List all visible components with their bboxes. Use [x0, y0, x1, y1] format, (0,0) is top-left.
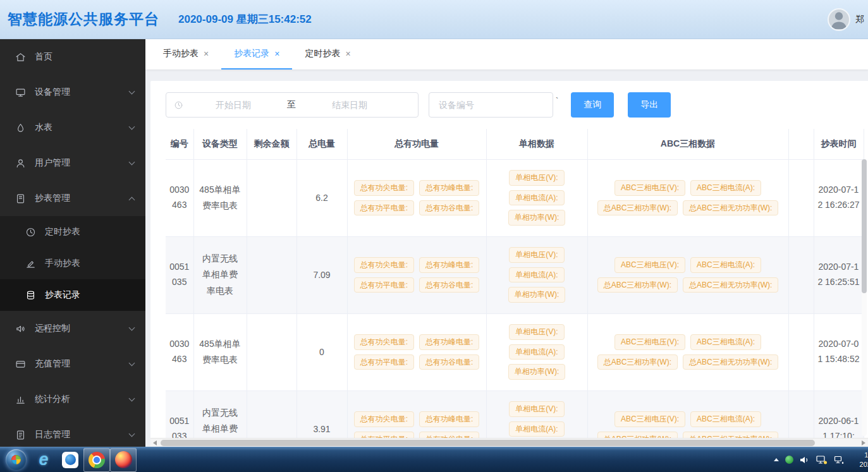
tag-single-voltage: 单相电压(V): — [509, 247, 564, 262]
chevron-down-icon — [129, 360, 135, 366]
close-icon[interactable]: × — [204, 49, 209, 59]
export-button[interactable]: 导出 — [628, 92, 671, 118]
sidebar-item-device-mgmt[interactable]: 设备管理 — [0, 75, 145, 110]
sidebar-item-scheduled-reading[interactable]: 定时抄表 — [0, 216, 145, 248]
vertical-scrollbar[interactable] — [862, 159, 867, 436]
tab-manual-reading[interactable]: 手动抄表 × — [150, 39, 221, 70]
user-icon — [15, 158, 26, 169]
show-hidden-icons-icon[interactable] — [774, 458, 779, 461]
close-icon[interactable]: × — [274, 49, 279, 59]
antivirus-status-icon[interactable] — [785, 456, 793, 464]
scroll-left-arrow-icon[interactable] — [153, 440, 157, 445]
cell-device-type: 485单相单费率电表 — [193, 313, 247, 390]
chrome-icon — [89, 452, 105, 468]
cell-device-id: 0051033 — [166, 390, 193, 438]
meter-readings-table: 编号 设备类型 剩余金额 总电量 总有功电量 单相数据 ABC三相数据 抄表时间 — [150, 129, 868, 438]
cell-device-type: 485单相单费率电表 — [193, 159, 247, 236]
sidebar-item-meter-mgmt[interactable]: 抄表管理 — [0, 181, 145, 216]
scroll-right-arrow-icon[interactable] — [862, 440, 865, 445]
clock-date: 2020/9/9 — [853, 460, 868, 469]
sidebar-item-manual-reading[interactable]: 手动抄表 — [0, 248, 145, 279]
media-app-taskbar-icon[interactable] — [110, 448, 137, 472]
chrome-taskbar-icon[interactable] — [83, 448, 110, 472]
sidebar-item-water-meter[interactable]: 水表 — [0, 110, 145, 145]
sidebar-item-remote-control[interactable]: 远程控制 — [0, 311, 145, 346]
chevron-down-icon — [129, 88, 135, 95]
tag-single-current: 单相电流(A): — [509, 267, 564, 282]
cell-single-phase: 单相电压(V): 单相电流(A): 单相功率(W): — [486, 159, 587, 236]
tag-abc-power: 总ABC三相功率(W): — [597, 354, 678, 370]
avatar[interactable] — [828, 8, 850, 31]
tab-reading-records[interactable]: 抄表记录 × — [221, 39, 292, 70]
username[interactable]: 郑 — [855, 14, 868, 25]
volume-icon[interactable] — [800, 456, 810, 464]
col-header-three-phase: ABC三相数据 — [587, 129, 788, 159]
start-button[interactable] — [6, 449, 27, 470]
start-date-input[interactable] — [186, 100, 281, 110]
horizontal-scrollbar-thumb[interactable] — [161, 440, 815, 446]
date-range-picker[interactable]: 至 — [166, 92, 419, 118]
sidebar-item-statistics[interactable]: 统计分析 — [0, 382, 145, 417]
tab-scheduled-reading[interactable]: 定时抄表 × — [292, 39, 363, 70]
col-header-spacer — [788, 129, 814, 159]
vertical-scrollbar-thumb[interactable] — [862, 159, 867, 293]
cell-device-id: 0051035 — [166, 236, 193, 313]
sidebar-item-home[interactable]: 首页 — [0, 39, 145, 75]
bar-chart-icon — [15, 394, 26, 405]
windows-taskbar: e 15:42 2020/9/9 — [0, 447, 868, 472]
browser-app-taskbar-icon[interactable] — [57, 448, 83, 472]
horizontal-scrollbar[interactable] — [150, 438, 868, 447]
table-row: 0051033 内置无线单相单费率电表 3.91 总有功尖电量: 总有功峰电量:… — [166, 390, 864, 438]
network-status-icon[interactable] — [834, 456, 844, 464]
cell-read-time: 2020-07-12 16:26:27 — [814, 159, 864, 236]
sidebar-item-label: 定时抄表 — [45, 226, 134, 238]
cell-single-phase: 单相电压(V): 单相电流(A): 单相功率(W): — [486, 390, 587, 438]
tag-single-current: 单相电流(A): — [509, 344, 564, 360]
tag-abc-current: ABC三相电流(A): — [690, 257, 761, 272]
end-date-input[interactable] — [302, 100, 397, 110]
tag-flat-energy: 总有功平电量: — [354, 277, 414, 293]
app-title: 智慧能源公共服务平台 — [8, 9, 159, 29]
monitor-icon — [15, 87, 26, 98]
book-icon — [15, 193, 26, 204]
document-icon — [15, 430, 26, 440]
close-icon[interactable]: × — [345, 49, 350, 59]
table-row: 0030463 485单相单费率电表 6.2 总有功尖电量: 总有功峰电量: 总… — [166, 159, 864, 236]
tag-valley-energy: 总有功谷电量: — [419, 200, 479, 215]
tabbar: 手动抄表 × 抄表记录 × 定时抄表 × — [145, 39, 868, 70]
col-header-active-energy: 总有功电量 — [347, 129, 486, 159]
tag-single-voltage: 单相电压(V): — [509, 401, 564, 416]
network-icon[interactable] — [816, 456, 828, 464]
tag-abc-voltage: ABC三相电压(V): — [614, 180, 685, 195]
sidebar-item-reading-records[interactable]: 抄表记录 — [0, 279, 145, 311]
person-silhouette-icon — [829, 8, 849, 30]
cell-total-energy: 7.09 — [296, 236, 347, 313]
sidebar-item-recharge-mgmt[interactable]: 充值管理 — [0, 346, 145, 382]
table-row: 0030463 485单相单费率电表 0 总有功尖电量: 总有功峰电量: 总有功… — [166, 313, 864, 390]
cell-device-type: 内置无线单相单费率电表 — [193, 236, 247, 313]
taskbar-clock[interactable]: 15:42 2020/9/9 — [853, 451, 868, 469]
system-tray: 15:42 2020/9/9 — [774, 447, 868, 472]
col-header-single-phase: 单相数据 — [486, 129, 587, 159]
tag-abc-reactive-power: 总ABC三相无功功率(W): — [683, 200, 778, 215]
tag-peak-energy: 总有功峰电量: — [419, 334, 479, 349]
sidebar-item-user-mgmt[interactable]: 用户管理 — [0, 145, 145, 181]
query-button[interactable]: 查询 — [571, 92, 614, 118]
device-id-input[interactable] — [429, 92, 553, 118]
cell-active-energy: 总有功尖电量: 总有功峰电量: 总有功平电量: 总有功谷电量: — [347, 313, 486, 390]
cell-balance — [247, 313, 296, 390]
tag-abc-current: ABC三相电流(A): — [690, 411, 761, 427]
cell-balance — [247, 159, 296, 236]
top-header: 智慧能源公共服务平台 2020-09-09 星期三15:42:52 郑 — [0, 0, 868, 39]
water-drop-icon — [15, 123, 26, 133]
tag-single-current: 单相电流(A): — [509, 190, 564, 205]
cell-device-type: 内置无线单相单费率电表 — [193, 390, 247, 438]
credit-card-icon — [15, 359, 26, 370]
tag-abc-voltage: ABC三相电压(V): — [614, 334, 685, 349]
tag-abc-power: 总ABC三相功率(W): — [597, 200, 678, 215]
cell-single-phase: 单相电压(V): 单相电流(A): 单相功率(W): — [486, 313, 587, 390]
tag-single-power: 单相功率(W): — [508, 364, 566, 379]
tag-single-voltage: 单相电压(V): — [509, 324, 564, 339]
ie-taskbar-icon[interactable]: e — [30, 448, 57, 472]
sidebar-item-label: 用户管理 — [35, 157, 121, 169]
